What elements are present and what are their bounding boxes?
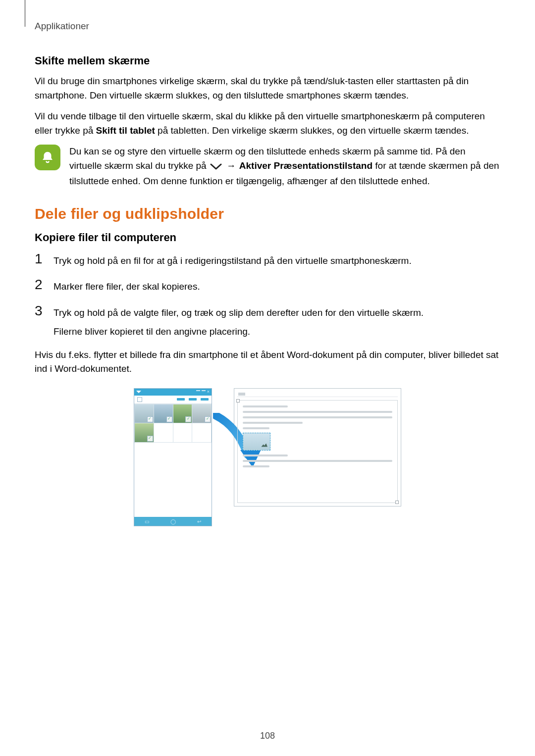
gallery-thumb-empty xyxy=(154,423,173,442)
phone-blank-area xyxy=(134,443,212,517)
text: på tabletten. Den virkelige skærm slukke… xyxy=(155,125,469,136)
toolbar-pill xyxy=(177,398,185,401)
text-line-placeholder xyxy=(243,411,392,413)
back-icon: ↩ xyxy=(197,519,201,524)
check-icon: ✓ xyxy=(166,416,172,422)
step-subtext: Filerne bliver kopieret til den angivne … xyxy=(54,325,424,339)
gallery-thumb: ✓ xyxy=(135,423,154,442)
text-line-placeholder xyxy=(243,416,392,418)
subheading-switch-screens: Skifte mellem skærme xyxy=(35,54,500,67)
home-icon: ◯ xyxy=(170,519,176,524)
bell-icon xyxy=(35,145,60,170)
chevron-down-icon xyxy=(210,160,222,175)
paragraph: Vil du bruge din smartphones virkelige s… xyxy=(35,74,500,102)
toolbar-pill xyxy=(189,398,197,401)
step-1: 1 Tryk og hold på en fil for at gå i red… xyxy=(35,251,500,268)
phone-toolbar xyxy=(134,396,212,404)
phone-navbar: ▭ ◯ ↩ xyxy=(134,517,212,526)
step-text: Tryk og hold på de valgte filer, og træk… xyxy=(54,303,424,320)
bold-text: Aktiver Præsentationstilstand xyxy=(237,160,373,171)
bold-text: Skift til tablet xyxy=(96,125,155,136)
paragraph: Vil du vende tilbage til den virtuelle s… xyxy=(35,109,500,138)
gallery-thumb: ✓ xyxy=(135,404,154,423)
document-window xyxy=(234,388,401,506)
check-icon: ✓ xyxy=(147,436,153,442)
minimize-icon xyxy=(196,390,200,391)
figure-drag-drop: × ✓ ✓ ✓ ✓ ✓ ▭ xyxy=(134,388,401,527)
close-icon: × xyxy=(207,390,210,394)
resize-handle-icon xyxy=(236,399,240,403)
text-line-placeholder xyxy=(243,454,288,456)
page: Applikationer Skifte mellem skærme Vil d… xyxy=(0,0,535,756)
document-body xyxy=(237,400,398,503)
text-line-placeholder xyxy=(243,427,269,429)
step-number: 2 xyxy=(35,277,47,292)
step-number: 3 xyxy=(35,303,47,318)
step-number: 1 xyxy=(35,251,47,266)
phone-titlebar: × xyxy=(134,389,212,396)
check-icon: ✓ xyxy=(147,416,153,422)
gallery-thumb: ✓ xyxy=(154,404,173,423)
text-line-placeholder xyxy=(243,405,288,407)
paragraph: Hvis du f.eks. flytter et billede fra di… xyxy=(35,348,500,376)
toolbar-pill xyxy=(201,398,209,401)
text: Du kan se og styre den virtuelle skærm o… xyxy=(69,146,433,156)
subheading-copy-files: Kopiere filer til computeren xyxy=(35,231,500,244)
virtual-phone-window: × ✓ ✓ ✓ ✓ ✓ ▭ xyxy=(134,388,212,527)
text-line-placeholder xyxy=(243,465,269,467)
step-3: 3 Tryk og hold på de valgte filer, og tr… xyxy=(35,303,500,339)
step-text: Marker flere filer, der skal kopieres. xyxy=(54,277,200,294)
maximize-icon xyxy=(202,390,206,391)
breadcrumb-header: Applikationer xyxy=(35,21,500,32)
gallery-grid: ✓ ✓ ✓ ✓ ✓ xyxy=(134,404,212,443)
note-block: Du kan se og styre den virtuelle skærm o… xyxy=(35,145,500,189)
gallery-thumb-empty xyxy=(192,423,211,442)
window-buttons: × xyxy=(196,390,210,394)
gallery-thumb: ✓ xyxy=(173,404,192,423)
page-number: 108 xyxy=(0,731,535,741)
check-icon: ✓ xyxy=(205,416,211,422)
dropped-image-placeholder xyxy=(243,433,270,451)
recent-apps-icon: ▭ xyxy=(145,519,149,524)
gallery-thumb: ✓ xyxy=(192,404,211,423)
document-tabbar xyxy=(237,392,398,397)
gallery-thumb-empty xyxy=(173,423,192,442)
text-line-placeholder xyxy=(243,460,392,462)
doc-tab-icon xyxy=(238,393,245,396)
arrow-right-text: → xyxy=(225,160,237,171)
note-text: Du kan se og styre den virtuelle skærm o… xyxy=(69,145,500,189)
section-heading-share-files: Dele filer og udklipsholder xyxy=(35,205,500,222)
step-text: Tryk og hold på en fil for at gå i redig… xyxy=(54,251,412,268)
check-icon: ✓ xyxy=(185,416,191,422)
header-rule xyxy=(25,0,25,27)
select-all-checkbox-icon xyxy=(137,397,142,402)
step-2: 2 Marker flere filer, der skal kopieres. xyxy=(35,277,500,294)
chevron-down-icon xyxy=(136,391,141,393)
text-line-placeholder xyxy=(243,422,303,424)
resize-handle-icon xyxy=(395,501,399,504)
